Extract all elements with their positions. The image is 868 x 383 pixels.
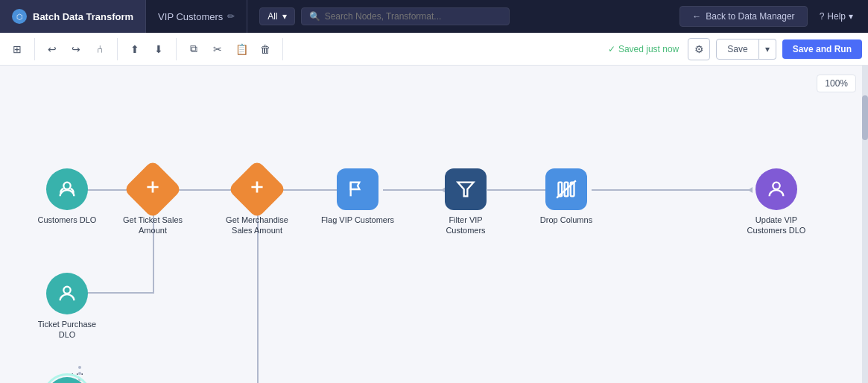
search-filter-select[interactable]: All ▾: [259, 7, 294, 25]
node-label-drop-columns: Drop Columns: [540, 215, 592, 225]
top-navigation: ⬡ Batch Data Transform VIP Customers ✏ A…: [0, 0, 868, 33]
node-label-get-merchandise-sales: Get Merchandise Sales Amount: [220, 215, 294, 236]
node-filter-vip[interactable]: Filter VIP Customers: [425, 168, 507, 236]
vertical-scrollbar[interactable]: [862, 66, 868, 383]
node-icon-update-vip: [755, 168, 797, 210]
zoom-level: 100%: [817, 75, 856, 92]
save-dropdown-button[interactable]: ▾: [759, 39, 776, 60]
redo-button[interactable]: ↪: [65, 38, 87, 60]
node-icon-drop-columns: [545, 168, 587, 210]
node-label-flag-vip: Flag VIP Customers: [321, 215, 394, 225]
scrollbar-thumb[interactable]: [862, 95, 868, 140]
save-and-run-button[interactable]: Save and Run: [782, 39, 862, 59]
delete-button[interactable]: 🗑: [254, 38, 276, 60]
node-ticket-purchase[interactable]: Ticket Purchase DLO: [30, 273, 104, 341]
node-icon-get-ticket-sales: [123, 159, 182, 218]
question-icon: ?: [820, 11, 825, 22]
download-button[interactable]: ⬇: [148, 38, 170, 60]
toolbar-group-history: ↩ ↪ ⑃: [41, 38, 118, 60]
search-box[interactable]: 🔍: [301, 7, 510, 25]
nav-brand[interactable]: ⬡ Batch Data Transform: [0, 0, 146, 33]
brand-text: Batch Data Transform: [33, 11, 133, 22]
node-icon-flag-vip: [337, 168, 378, 210]
search-input[interactable]: [325, 11, 501, 22]
node-get-ticket-sales[interactable]: Get Ticket Sales Amount: [112, 168, 194, 236]
brand-icon: ⬡: [12, 9, 27, 24]
edit-icon: ✏: [227, 11, 235, 22]
svg-point-22: [773, 183, 779, 189]
node-update-vip[interactable]: Update VIP Customers DLO: [732, 168, 821, 236]
node-icon-filter-vip: [445, 168, 487, 210]
node-label-ticket-purchase: Ticket Purchase DLO: [30, 319, 104, 341]
settings-button[interactable]: ⚙: [688, 38, 710, 60]
nav-tab-vip-customers[interactable]: VIP Customers ✏: [146, 0, 247, 33]
upload-button[interactable]: ⬆: [124, 38, 146, 60]
undo-button[interactable]: ↩: [41, 38, 63, 60]
workflow-canvas[interactable]: 100%: [0, 66, 868, 383]
cut-button[interactable]: ✂: [206, 38, 229, 60]
node-icon-ticket-purchase: [46, 273, 88, 314]
tab-label: VIP Customers: [158, 11, 223, 22]
saved-status: ✓ Saved just now: [608, 44, 679, 54]
save-button[interactable]: Save: [716, 39, 758, 60]
back-to-data-manager-button[interactable]: ← Back to Data Manager: [679, 6, 807, 27]
filter-value: All: [267, 11, 277, 22]
node-flag-vip[interactable]: Flag VIP Customers: [320, 168, 395, 225]
nav-right-area: ← Back to Data Manager ? Help ▾: [674, 6, 868, 27]
search-icon: 🔍: [309, 11, 320, 22]
node-customers-dlo[interactable]: Customers DLO: [30, 168, 104, 225]
node-get-merchandise-sales[interactable]: Get Merchandise Sales Amount: [216, 168, 298, 236]
node-icon-get-merchandise-sales: [227, 159, 286, 218]
check-icon: ✓: [608, 44, 615, 54]
node-icon-merchandise-purchase: [46, 377, 88, 383]
insert-node-button[interactable]: ⊞: [6, 38, 28, 60]
node-label-customers-dlo: Customers DLO: [38, 215, 97, 225]
branch-button[interactable]: ⑃: [89, 38, 111, 60]
help-button[interactable]: ? Help ▾: [811, 7, 862, 26]
toolbar-group-io: ⬆ ⬇: [124, 38, 177, 60]
save-button-group: Save ▾: [716, 39, 776, 60]
node-icon-customers-dlo: [46, 168, 88, 210]
chevron-down-icon: ▾: [282, 11, 287, 22]
node-merchandise-purchase[interactable]: Merchandise Purchase DLO: [30, 377, 104, 383]
paste-button[interactable]: 📋: [230, 38, 253, 60]
node-label-filter-vip: Filter VIP Customers: [428, 215, 503, 236]
svg-marker-17: [458, 183, 474, 197]
node-label-update-vip: Update VIP Customers DLO: [739, 215, 814, 236]
chevron-down-icon: ▾: [849, 11, 853, 22]
toolbar-group-edit: ⧉ ✂ 📋 🗑: [183, 38, 283, 60]
svg-point-23: [63, 287, 70, 294]
copy-button[interactable]: ⧉: [183, 38, 205, 60]
toolbar-group-insert: ⊞: [6, 38, 35, 60]
back-arrow-icon: ←: [692, 11, 701, 22]
node-drop-columns[interactable]: Drop Columns: [529, 168, 604, 225]
node-label-get-ticket-sales: Get Ticket Sales Amount: [115, 215, 190, 236]
nav-search-area: All ▾ 🔍: [247, 7, 674, 25]
svg-point-15: [63, 183, 70, 189]
toolbar: ⊞ ↩ ↪ ⑃ ⬆ ⬇ ⧉ ✂ 📋 🗑 ✓ Saved just now ⚙ S…: [0, 33, 868, 66]
